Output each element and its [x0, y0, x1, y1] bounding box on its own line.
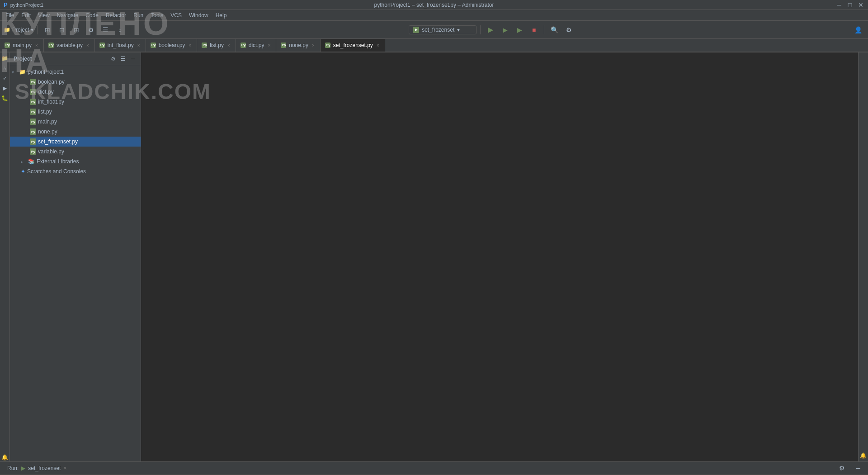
- settings-gear-button[interactable]: ⚙: [562, 24, 575, 36]
- tree-item-variable[interactable]: Py variable.py: [10, 147, 141, 157]
- tab-close-main-py[interactable]: ×: [34, 43, 39, 48]
- tree-icon-scratches: ✦: [21, 168, 25, 175]
- panel-pin-button[interactable]: ─: [129, 55, 137, 63]
- tab-bar: Py main.py × Py variable.py × Py int_flo…: [0, 39, 868, 52]
- sort-button[interactable]: ↕: [113, 24, 126, 36]
- tree-item-set-frozenset[interactable]: Py set_frozenset.py: [10, 137, 141, 147]
- project-selector[interactable]: 📁 Project ▾: [4, 27, 33, 33]
- tab-main-py[interactable]: Py main.py ×: [0, 39, 44, 52]
- tree-label-variable: variable.py: [38, 148, 64, 155]
- menu-window[interactable]: Window: [185, 10, 212, 20]
- run-config-dropdown-icon: ▾: [457, 27, 460, 33]
- tab-variable-py[interactable]: Py variable.py ×: [44, 39, 95, 52]
- tab-label-dict-py: dict.py: [249, 42, 264, 48]
- panel-gear-button[interactable]: ⚙: [109, 55, 117, 63]
- tab-icon-boolean-py: Py: [151, 43, 156, 48]
- menu-vcs[interactable]: VCS: [167, 10, 185, 20]
- user-button[interactable]: 👤: [852, 24, 864, 36]
- run-config-icon-small: ▶: [21, 465, 25, 471]
- tab-list-py[interactable]: Py list.py ×: [197, 39, 236, 52]
- tree-icon-main: Py: [30, 119, 36, 125]
- minimize-button[interactable]: ─: [835, 1, 843, 9]
- tab-icon-list-py: Py: [202, 43, 207, 48]
- tab-close-variable-py[interactable]: ×: [85, 43, 90, 48]
- maximize-button[interactable]: □: [846, 1, 854, 9]
- close-button[interactable]: ✕: [857, 1, 864, 9]
- search-everywhere-button[interactable]: 🔍: [548, 24, 561, 36]
- project-panel-icon[interactable]: 📁: [1, 54, 9, 62]
- tab-int-float-py[interactable]: Py int_float.py ×: [95, 39, 146, 52]
- bottom-panel-settings[interactable]: ⚙: [835, 462, 848, 475]
- tab-none-py[interactable]: Py none.py ×: [276, 39, 321, 52]
- toolbar-separator-4: [544, 25, 544, 34]
- tree-item-external-libs[interactable]: ▸ 📚 External Libraries: [10, 157, 141, 166]
- settings-button[interactable]: ⚙: [85, 24, 97, 36]
- tree-item-boolean[interactable]: Py boolean.py: [10, 77, 141, 87]
- run-button[interactable]: ▶: [484, 24, 497, 36]
- stop-button[interactable]: ■: [528, 24, 540, 36]
- tab-label-list-py: list.py: [210, 42, 224, 48]
- tab-label-int-float-py: int_float.py: [108, 42, 134, 48]
- menu-view[interactable]: View: [34, 10, 53, 20]
- panel-layout-button[interactable]: ☰: [119, 55, 127, 63]
- project-panel: Project ⚙ ☰ ─ ▾ 📁 pythonProject1 Py bool…: [10, 52, 141, 461]
- tree-label-set-frozenset: set_frozenset.py: [38, 138, 78, 145]
- tab-icon-none-py: Py: [281, 43, 286, 48]
- tab-close-boolean-py[interactable]: ×: [188, 43, 192, 48]
- tree-item-none[interactable]: Py none.py: [10, 127, 141, 137]
- tab-close-list-py[interactable]: ×: [226, 43, 231, 48]
- coverage-button[interactable]: ▶: [499, 24, 511, 36]
- tab-dict-py[interactable]: Py dict.py ×: [236, 39, 277, 52]
- project-label: Project: [12, 27, 29, 33]
- project-panel-header: Project ⚙ ☰ ─: [10, 52, 141, 65]
- run-panel-icon[interactable]: ▶: [1, 84, 9, 92]
- main-area: 📁 ⑃ ✓ ▶ 🐛 🔔 Project ⚙ ☰ ─ ▾ 📁 pythonProj…: [0, 52, 868, 461]
- tab-close-none-py[interactable]: ×: [311, 43, 316, 48]
- editor-area[interactable]: [141, 52, 858, 461]
- notifications-icon[interactable]: 🔔: [1, 453, 9, 461]
- tree-item-scratches[interactable]: ✦ Scratches and Consoles: [10, 166, 141, 176]
- tree-item-list[interactable]: Py list.py: [10, 107, 141, 117]
- notifications-right-icon[interactable]: 🔔: [859, 451, 868, 460]
- tree-arrow-root: ▾: [12, 70, 17, 75]
- project-dropdown-icon: ▾: [31, 27, 33, 33]
- tab-icon-dict-py: Py: [241, 43, 246, 48]
- run-config-name-label: set_frozenset: [28, 465, 61, 471]
- menu-edit[interactable]: Edit: [18, 10, 34, 20]
- toolbar-separator-2: [130, 25, 130, 34]
- tree-item-int-float[interactable]: Py int_float.py: [10, 97, 141, 107]
- expand-all-button[interactable]: ⊞: [70, 24, 83, 36]
- add-content-root-button[interactable]: ⊞: [41, 24, 54, 36]
- tree-item-main[interactable]: Py main.py: [10, 117, 141, 127]
- tree-icon-set-frozenset: Py: [30, 138, 36, 145]
- toolbar-separator-1: [37, 25, 38, 34]
- tab-icon-int-float-py: Py: [99, 43, 105, 48]
- tab-close-dict-py[interactable]: ×: [267, 43, 271, 48]
- debug-panel-icon[interactable]: 🐛: [1, 94, 9, 102]
- menu-file[interactable]: File: [2, 10, 18, 20]
- tree-item-root[interactable]: ▾ 📁 pythonProject1: [10, 67, 141, 77]
- tab-close-int-float-py[interactable]: ×: [137, 43, 141, 48]
- tab-set-frozenset-py[interactable]: Py set_frozenset.py ×: [321, 39, 385, 52]
- collapse-all-button[interactable]: ⊟: [56, 24, 68, 36]
- tab-icon-main-py: Py: [5, 43, 10, 48]
- run-tab-close[interactable]: ×: [63, 465, 66, 471]
- menu-code[interactable]: Code: [82, 10, 102, 20]
- menu-tools[interactable]: Tools: [147, 10, 167, 20]
- menu-navigate[interactable]: Navigate: [53, 10, 82, 20]
- commit-icon[interactable]: ✓: [1, 74, 9, 82]
- vcs-icon[interactable]: ⑃: [1, 64, 9, 72]
- bottom-panel-minimize[interactable]: ─: [852, 462, 864, 475]
- tree-item-dict[interactable]: Py dict.py: [10, 87, 141, 97]
- run-config-name: set_frozenset: [422, 27, 454, 33]
- menu-run[interactable]: Run: [130, 10, 147, 20]
- menu-help[interactable]: Help: [212, 10, 231, 20]
- run-configuration-selector[interactable]: ▶ set_frozenset ▾: [409, 25, 476, 34]
- layout-button[interactable]: ☰: [99, 24, 112, 36]
- tree-icon-dict: Py: [30, 89, 36, 95]
- menu-refactor[interactable]: Refactor: [102, 10, 130, 20]
- debug-button[interactable]: ▶: [513, 24, 526, 36]
- tab-boolean-py[interactable]: Py boolean.py ×: [146, 39, 198, 52]
- tab-close-set-frozenset-py[interactable]: ×: [376, 43, 380, 48]
- tab-label-variable-py: variable.py: [57, 42, 83, 48]
